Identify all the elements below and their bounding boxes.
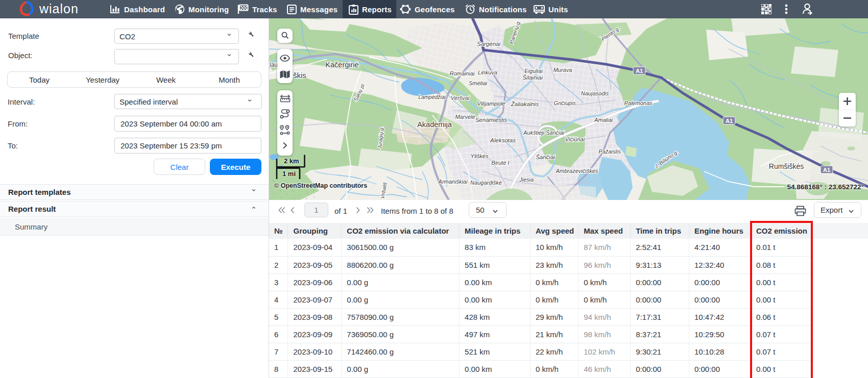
svg-text:A1: A1	[636, 68, 643, 74]
svg-text:lau: lau	[270, 61, 278, 68]
svg-text:Aleksotas: Aleksotas	[490, 137, 516, 143]
svg-text:Marvelė: Marvelė	[455, 114, 475, 120]
svg-text:Šilainiai: Šilainiai	[522, 74, 543, 81]
svg-text:Amaliai: Amaliai	[594, 117, 613, 123]
svg-text:A1: A1	[726, 118, 733, 124]
svg-text:wialon: wialon	[39, 2, 79, 16]
svg-text:Eiguliai: Eiguliai	[524, 68, 543, 74]
svg-text:Romainiai: Romainiai	[450, 70, 475, 77]
svg-text:Kačerginė: Kačerginė	[325, 61, 358, 69]
svg-text:Pažaislis: Pažaislis	[598, 148, 621, 155]
svg-text:Ambrazevičiškės: Ambrazevičiškės	[556, 168, 598, 174]
svg-text:Veršvai: Veršvai	[451, 95, 470, 101]
svg-text:Vilijampolė: Vilijampolė	[477, 100, 505, 107]
svg-text:Naujasodis: Naujasodis	[581, 90, 609, 96]
svg-text:Žaliakalnis: Žaliakalnis	[511, 101, 539, 107]
svg-text:Rumšiškės: Rumšiškės	[769, 162, 804, 170]
svg-text:Murava: Murava	[553, 67, 572, 73]
svg-text:Šančiai: Šančiai	[536, 154, 555, 160]
svg-text:Smėliai: Smėliai	[469, 80, 488, 86]
svg-text:Linkuva: Linkuva	[478, 69, 497, 75]
svg-text:Senamiestis: Senamiestis	[475, 117, 508, 123]
svg-text:Naugardiškė: Naugardiškė	[470, 180, 502, 186]
svg-text:Yliškės: Yliškės	[471, 153, 489, 159]
svg-text:škis: škis	[293, 71, 306, 80]
svg-text:A1: A1	[823, 167, 830, 173]
svg-text:Gričiupis: Gričiupis	[554, 100, 576, 106]
svg-text:Armaniškiai: Armaniškiai	[438, 179, 468, 185]
svg-text:Palemonas: Palemonas	[624, 100, 653, 106]
svg-text:Lampėdžiai: Lampėdžiai	[418, 94, 446, 100]
svg-text:Birutė I: Birutė I	[492, 160, 510, 166]
svg-text:Jiesia: Jiesia	[519, 177, 534, 183]
svg-text:Akademija: Akademija	[417, 120, 452, 129]
svg-text:Aukštieji Šančiai: Aukštieji Šančiai	[523, 130, 565, 136]
svg-text:Vičiūnai: Vičiūnai	[565, 136, 585, 142]
svg-text:Sargėnai: Sargėnai	[477, 41, 500, 47]
